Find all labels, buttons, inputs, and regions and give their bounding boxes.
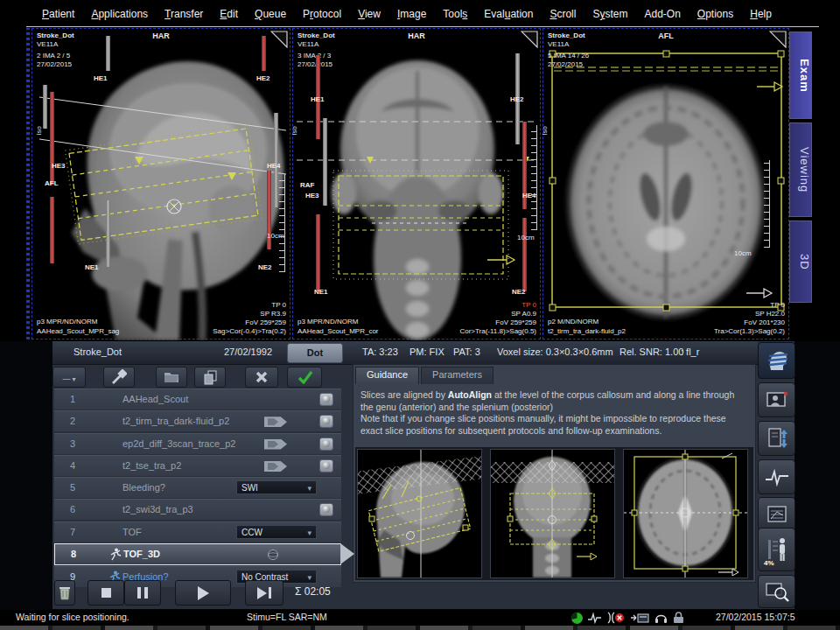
scale-label: 10cm [517, 234, 535, 242]
menu-item-patient[interactable]: Patient [42, 8, 74, 25]
resize-corner-icon[interactable] [270, 31, 288, 48]
viewport-coronal[interactable]: Stroke_Dot VE11A 3 IMA 2 / 3 27/02/2015 … [292, 28, 541, 340]
coil-bar [316, 214, 320, 291]
pause-icon [144, 587, 148, 598]
coil-label: HE1 [311, 95, 325, 103]
decision-dropdown[interactable]: SWI [236, 480, 317, 494]
queue-row-4[interactable]: 4 t2_tse_tra_p2 [54, 455, 341, 476]
queue-number: 4 [70, 460, 75, 471]
menu-item-tools[interactable]: Tools [443, 8, 467, 25]
decision-dropdown[interactable]: CCW [236, 525, 317, 539]
check-icon [297, 370, 313, 384]
scale-ruler [279, 174, 285, 272]
tab-parameters[interactable]: Parameters [421, 367, 494, 384]
tab-guidance[interactable]: Guidance [355, 367, 419, 384]
play-icon [198, 586, 209, 600]
apply-button[interactable] [287, 367, 322, 388]
coil-bar [262, 36, 266, 71]
tab-exam[interactable]: Exam [789, 32, 812, 119]
menu-item-edit[interactable]: Edit [220, 8, 238, 25]
menu-item-system[interactable]: System [592, 8, 627, 25]
menu-item-help[interactable]: Help [750, 8, 772, 25]
dot-engine-button[interactable]: Dot [287, 343, 343, 363]
queue-row-7[interactable]: 7 TOF CCW [54, 522, 341, 542]
coil-bar [323, 118, 327, 206]
coil-label: HE3 [305, 192, 319, 200]
menu-item-transfer[interactable]: Transfer [164, 8, 203, 25]
skip-icon [257, 587, 267, 599]
coil-label: HE2 [510, 95, 524, 103]
cancel-button[interactable] [245, 367, 278, 388]
menu-item-options[interactable]: Options [697, 8, 733, 25]
queue-row-2[interactable]: 2 t2_tirm_tra_dark-fluid_p2 [54, 410, 341, 431]
queue-row-6[interactable]: 6 t2_swi3d_tra_p3 [54, 499, 341, 520]
wait-badge-icon [264, 461, 287, 472]
tab-viewing[interactable]: Viewing [789, 122, 812, 217]
lock-icon [672, 612, 685, 624]
tab-3d[interactable]: 3D [789, 220, 812, 303]
syringe-icon [111, 369, 127, 385]
waveform-icon [765, 467, 789, 486]
menu-item-image[interactable]: Image [397, 8, 426, 25]
stop-button[interactable] [88, 580, 124, 606]
menu-item-queue[interactable]: Queue [255, 8, 286, 25]
document-lines-icon [766, 504, 788, 525]
image-zoom-button[interactable] [758, 575, 795, 608]
coil-label: NE2 [512, 288, 526, 296]
menu-item-evaluation[interactable]: Evaluation [484, 8, 533, 25]
menu-item-applications[interactable]: Applications [91, 8, 148, 25]
transfer-queue-button[interactable] [758, 421, 795, 456]
copy-reference-button[interactable] [194, 367, 226, 388]
menu-item-add-on[interactable]: Add-On [644, 8, 680, 25]
menu-divider [26, 26, 819, 27]
scale-label: 10cm [267, 232, 284, 240]
queue-name: t2_tirm_tra_dark-fluid_p2 [122, 416, 229, 426]
guidance-panel: Guidance Parameters Slices are aligned b… [353, 364, 756, 583]
contrast-injector-button[interactable] [103, 367, 135, 388]
start-button[interactable] [175, 580, 231, 606]
resize-corner-icon[interactable] [521, 31, 538, 48]
trash-icon [59, 585, 71, 600]
queue-mode-combo[interactable] [52, 367, 86, 388]
status-bar: Waiting for slice positioning. Stimu=FL … [0, 611, 840, 625]
menu-item-view[interactable]: View [358, 8, 381, 25]
pause-icon [137, 587, 141, 598]
orientation-label: HAR [32, 32, 290, 40]
preview-axial[interactable] [623, 449, 748, 578]
queue-row-5[interactable]: 5 Bleeding? SWI [54, 477, 341, 498]
menu-item-scroll[interactable]: Scroll [550, 8, 576, 25]
protocol-card-button[interactable] [758, 497, 795, 532]
preview-coronal[interactable] [490, 449, 615, 578]
preview-sagittal[interactable] [357, 449, 482, 578]
slice-preview-strip [355, 447, 753, 580]
coil-bar [522, 218, 527, 291]
image-text-bottomleft: p3 MPR/ND/NORM AAHead_Scout_MPR_cor [298, 317, 379, 336]
sar-monitor-button[interactable]: 4% [758, 528, 795, 571]
viewer-edge-decoration [26, 28, 30, 340]
image-text-bottomleft: p2 M/ND/NORM t2_tirm_tra_dark-fluid_p2 [548, 317, 626, 336]
resize-corner-icon[interactable] [769, 31, 787, 48]
autoalign-head-button[interactable] [758, 342, 795, 379]
cancel-x-icon [255, 370, 269, 384]
queue-row-1[interactable]: 1 AAHead_Scout [54, 388, 341, 410]
autoalign-head-icon [765, 348, 789, 373]
scale-ruler [764, 160, 770, 248]
queue-name: TOF [122, 527, 142, 537]
tab-exam-label: Exam [798, 59, 811, 93]
viewport-axial[interactable]: Stroke_Dot VE11A 5 IMA 14 / 26 27/02/201… [542, 28, 789, 340]
delete-button[interactable] [54, 580, 75, 606]
queue-name: t2_tse_tra_p2 [122, 460, 181, 471]
physio-button[interactable] [758, 459, 795, 494]
coil-bar [50, 197, 54, 263]
skip-button[interactable] [245, 580, 284, 606]
pause-button[interactable] [124, 580, 161, 606]
queue-row-3[interactable]: 3 ep2d_diff_3scan_trace_p2 [54, 433, 341, 454]
open-protocol-button[interactable] [156, 367, 187, 388]
pat-factor: PAT: 3 [453, 346, 480, 357]
dropdown-value: CCW [242, 528, 262, 537]
viewport-sagittal[interactable]: Stroke_Dot VE11A 2 IMA 2 / 5 27/02/2015 … [32, 28, 290, 340]
image-display-button[interactable] [758, 382, 795, 417]
syngo-mr-application: PatientApplicationsTransferEditQueueProt… [0, 0, 840, 630]
menu-item-protocol[interactable]: Protocol [303, 8, 341, 25]
queue-row-8-selected[interactable]: 8 TOF_3D [54, 543, 341, 565]
